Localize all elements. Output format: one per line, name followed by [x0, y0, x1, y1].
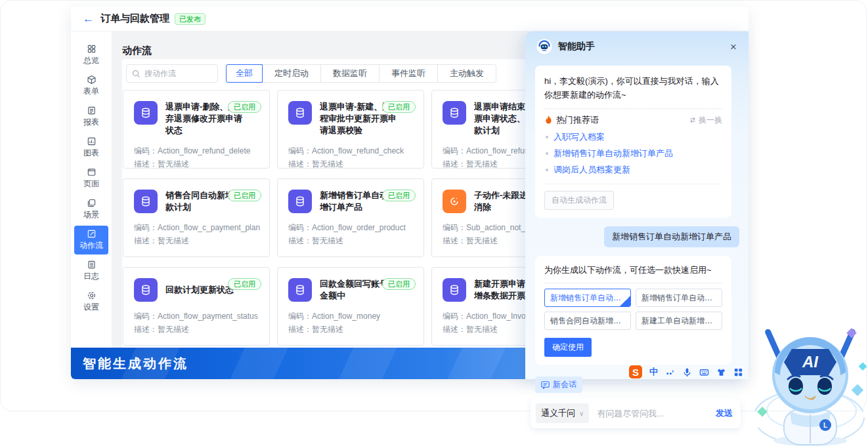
- card-desc: 描述：暂无描述: [134, 157, 261, 171]
- tab-event-listen[interactable]: 事件监听: [379, 64, 438, 83]
- search-icon: [132, 70, 141, 78]
- enabled-badge: 已启用: [228, 190, 261, 201]
- ai-assistant-panel: 智能助手 × hi，李文毅(演示)，你可以直接与我对话，输入你想要新建的动作流~…: [525, 31, 749, 379]
- card-code: 编码：Action_flow_refund_check: [288, 144, 416, 157]
- refresh-suggestions[interactable]: 换一换: [689, 115, 722, 126]
- close-icon[interactable]: ×: [730, 41, 737, 52]
- flow-card[interactable]: 退票申请-删除、废弃退票修改开票申请状态 已启用 编码：Action_flow_…: [123, 90, 270, 169]
- flow-option[interactable]: 新建工单自动新增一条业务工单: [636, 312, 722, 330]
- voice-dots-icon[interactable]: [665, 367, 675, 377]
- ai-mascot[interactable]: L AI: [751, 312, 868, 447]
- tab-data-listen[interactable]: 数据监听: [320, 64, 380, 83]
- layers-icon: [87, 198, 97, 208]
- back-arrow-icon[interactable]: ←: [83, 12, 94, 26]
- sidebar-item-logs[interactable]: 日志: [74, 256, 108, 285]
- database-icon: [443, 101, 466, 125]
- card-code: 编码：Action_flow_order_product: [288, 221, 416, 234]
- sidebar-label: 动作流: [79, 240, 103, 251]
- database-icon: [288, 190, 312, 213]
- sidebar-item-forms[interactable]: 表单: [74, 71, 108, 100]
- flow-card[interactable]: 新增销售订单自动新增订单产品 已启用 编码：Action_flow_order_…: [277, 178, 424, 257]
- page: ← 订单与回款管理 已发布 总览 表单 报表 图表: [0, 0, 868, 448]
- flow-edit-icon: [87, 229, 97, 239]
- card-desc: 描述：暂无描述: [134, 323, 261, 336]
- enabled-badge: 已启用: [382, 190, 416, 201]
- search-input[interactable]: [144, 69, 210, 78]
- toolbox-grid-icon[interactable]: [733, 367, 743, 377]
- chevron-down-icon: ∨: [579, 410, 584, 417]
- database-icon: [134, 190, 158, 213]
- sidebar-label: 日志: [83, 271, 99, 282]
- sidebar-item-scenes[interactable]: 场景: [74, 195, 108, 224]
- ai-title: 智能助手: [558, 41, 595, 52]
- search-box[interactable]: [126, 64, 218, 83]
- tab-manual-trigger[interactable]: 主动触发: [437, 64, 496, 83]
- model-select[interactable]: 通义千问∨: [536, 403, 589, 423]
- language-icon[interactable]: 中: [649, 366, 658, 378]
- suggestion-link[interactable]: 新增销售订单自动新增订单产品: [544, 145, 722, 161]
- sogou-logo-icon[interactable]: S: [629, 365, 642, 378]
- database-icon: [134, 101, 158, 125]
- sidebar-item-action-flow[interactable]: 动作流: [74, 226, 108, 255]
- tab-timed-start[interactable]: 定时启动: [262, 64, 321, 83]
- sidebar-item-overview[interactable]: 总览: [74, 41, 108, 70]
- eye-left: [789, 378, 803, 395]
- enabled-badge: 已启用: [382, 278, 416, 290]
- suggestion-link[interactable]: 入职写入档案: [544, 129, 722, 145]
- sidebar-item-settings[interactable]: 设置: [74, 287, 108, 316]
- flow-card[interactable]: 销售合同自动新增回款计划 已启用 编码：Action_flow_c_paymen…: [123, 178, 270, 257]
- cube-icon: [87, 75, 97, 85]
- divider: [544, 108, 722, 109]
- flow-option[interactable]: 新增销售订单自动新增订单产品: [636, 289, 722, 307]
- divider: [544, 184, 722, 184]
- filter-tabs: 全部 定时启动 数据监听 事件监听 主动触发: [226, 64, 496, 83]
- hot-title: 热门推荐语: [556, 114, 599, 126]
- user-message-bubble: 新增销售订单自动新增订单产品: [604, 226, 739, 247]
- banner-title: 智能生成动作流: [83, 355, 188, 373]
- suggestion-link[interactable]: 调岗后人员档案更新: [544, 161, 722, 178]
- target-action-icon: [443, 190, 466, 213]
- divider: [544, 283, 722, 283]
- tab-all[interactable]: 全部: [226, 64, 263, 83]
- log-icon: [87, 260, 97, 270]
- report-icon: [87, 106, 97, 115]
- sidebar-item-pages[interactable]: 页面: [74, 164, 108, 193]
- send-button[interactable]: 发送: [716, 407, 733, 419]
- ai-body: hi，李文毅(演示)，你可以直接与我对话，输入你想要新建的动作流~ 热门推荐语 …: [525, 62, 749, 379]
- card-desc: 描述：暂无描述: [134, 234, 261, 247]
- flow-card[interactable]: 回款计划更新状态 已启用 编码：Action_flow_payment_stat…: [123, 267, 270, 346]
- card-code: 编码：Action_flow_c_payment_plan: [134, 221, 261, 234]
- chart-icon: [87, 136, 97, 146]
- new-chat-button[interactable]: 新会话: [535, 377, 582, 393]
- suggestion-list: 入职写入档案 新增销售订单自动新增订单产品 调岗后人员档案更新: [544, 129, 722, 178]
- card-code: 编码：Action_flow_refund_delete: [134, 144, 261, 157]
- enabled-badge: 已启用: [382, 101, 416, 113]
- enabled-badge: 已启用: [228, 278, 261, 290]
- card-code: 编码：Action_flow_money: [288, 310, 416, 323]
- sidebar-item-charts[interactable]: 图表: [74, 133, 108, 162]
- sidebar-label: 页面: [83, 178, 99, 190]
- greeting-text: hi，李文毅(演示)，你可以直接与我对话，输入你想要新建的动作流~: [544, 74, 722, 102]
- microphone-icon[interactable]: [682, 367, 692, 377]
- flow-option[interactable]: 销售合同自动新增回款计划: [544, 312, 631, 330]
- result-intro: 为你生成以下动作流，可任选一款快速启用~: [544, 264, 722, 276]
- database-icon: [288, 101, 312, 125]
- page-icon: [87, 167, 97, 177]
- flow-card[interactable]: 回款金额回写账号总金额中 已启用 编码：Action_flow_money 描述…: [277, 267, 424, 346]
- keyboard-icon[interactable]: [699, 367, 709, 377]
- chat-input[interactable]: [597, 409, 716, 418]
- flow-card[interactable]: 退票申请-新建、流程审批中更新开票申请退票校验 已启用 编码：Action_fl…: [277, 90, 424, 169]
- ai-header: 智能助手 ×: [525, 31, 749, 62]
- sidebar-item-reports[interactable]: 报表: [74, 102, 108, 131]
- auto-generate-button[interactable]: 自动生成动作流: [544, 191, 614, 210]
- confirm-use-button[interactable]: 确定使用: [544, 338, 592, 357]
- hot-suggestions-header: 热门推荐语 换一换: [544, 114, 722, 126]
- assistant-avatar: [536, 38, 553, 55]
- card-desc: 描述：暂无描述: [288, 234, 416, 247]
- card-desc: 描述：暂无描述: [288, 157, 416, 171]
- sidebar-label: 表单: [83, 86, 99, 97]
- skin-tshirt-icon[interactable]: [716, 367, 726, 377]
- flow-option-selected[interactable]: 新增销售订单自动新增订单产品✓: [544, 289, 631, 307]
- bullet: [546, 136, 548, 138]
- sidebar-label: 图表: [83, 148, 99, 159]
